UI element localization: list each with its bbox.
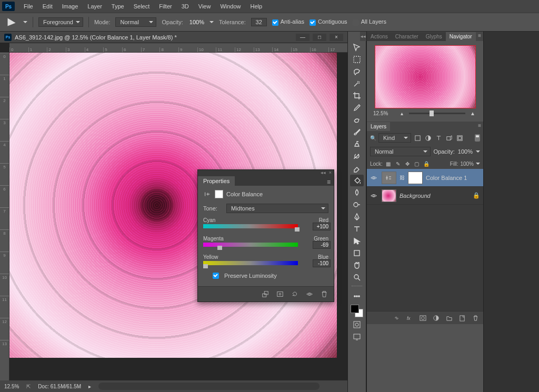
color-swatches[interactable]: [351, 305, 363, 317]
document-titlebar[interactable]: Ps AS6_3912-142.jpg @ 12.5% (Color Balan…: [0, 32, 347, 43]
filter-shape-icon[interactable]: [445, 134, 453, 142]
slider-value[interactable]: +100: [313, 223, 331, 230]
reset-icon[interactable]: [291, 290, 299, 298]
layer-thumbnail[interactable]: [382, 189, 396, 202]
navigator-zoom-slider[interactable]: [409, 113, 465, 114]
menu-file[interactable]: File: [19, 1, 38, 12]
history-brush-tool[interactable]: [350, 150, 364, 162]
move-tool[interactable]: [350, 42, 364, 53]
slider-magenta-green[interactable]: MagentaGreen -69: [203, 236, 328, 248]
edit-toolbar-button[interactable]: [350, 290, 364, 302]
delete-layer-icon[interactable]: [472, 314, 479, 321]
mask-thumbnail[interactable]: [408, 172, 423, 184]
lasso-tool[interactable]: [350, 66, 364, 77]
menu-type[interactable]: Type: [107, 1, 129, 12]
layer-fx-icon[interactable]: fx: [406, 314, 413, 321]
slider-value[interactable]: -100: [313, 259, 331, 267]
filter-pixel-icon[interactable]: [413, 134, 422, 142]
tab-properties[interactable]: Properties: [198, 176, 235, 186]
blend-mode-dropdown[interactable]: Normal: [115, 17, 156, 27]
add-adjustment-icon[interactable]: [432, 314, 440, 321]
menu-help[interactable]: Help: [246, 1, 267, 12]
filter-toggle[interactable]: [475, 134, 480, 142]
paint-bucket-tool[interactable]: [350, 175, 364, 186]
toggle-visibility-icon[interactable]: [305, 290, 314, 298]
screen-mode-button[interactable]: [351, 332, 363, 341]
lock-paint-icon[interactable]: ✎: [394, 160, 402, 167]
shape-tool[interactable]: [350, 247, 364, 259]
zoom-tool[interactable]: [350, 272, 364, 283]
new-group-icon[interactable]: [445, 314, 453, 321]
quick-mask-button[interactable]: [351, 320, 363, 329]
menu-view[interactable]: View: [194, 1, 216, 12]
layer-blend-dropdown[interactable]: Normal: [370, 147, 431, 156]
clip-to-layer-icon[interactable]: [261, 290, 270, 298]
tab-layers[interactable]: Layers: [367, 122, 390, 131]
crop-tool[interactable]: [350, 90, 364, 102]
tab-actions[interactable]: Actions: [367, 32, 392, 41]
layer-row-background[interactable]: Background 🔒: [367, 187, 483, 205]
slider-value[interactable]: -69: [313, 241, 331, 249]
antialias-checkbox[interactable]: Anti-alias: [272, 18, 304, 25]
status-zoom[interactable]: 12.5%: [4, 384, 19, 389]
opacity-value[interactable]: 100%: [189, 19, 204, 25]
visibility-toggle[interactable]: [369, 192, 378, 199]
hand-tool[interactable]: [350, 259, 364, 271]
layer-kind-dropdown[interactable]: Kind: [378, 133, 411, 143]
window-maximize-button[interactable]: □: [313, 34, 326, 41]
filter-smart-icon[interactable]: [455, 134, 464, 142]
dodge-tool[interactable]: [350, 199, 364, 210]
mask-mode-icon[interactable]: [215, 190, 223, 198]
zoom-out-icon[interactable]: ▴: [397, 110, 406, 116]
magic-wand-tool[interactable]: [350, 78, 364, 89]
contiguous-checkbox[interactable]: Contiguous: [310, 18, 347, 25]
menu-3d[interactable]: 3D: [177, 1, 194, 12]
clone-stamp-tool[interactable]: [350, 138, 364, 150]
menu-window[interactable]: Window: [215, 1, 245, 12]
lock-artboard-icon[interactable]: ▢: [413, 160, 421, 167]
filter-adjust-icon[interactable]: [424, 134, 432, 142]
previous-state-icon[interactable]: [276, 290, 284, 298]
status-docsize[interactable]: Doc: 61.5M/61.5M: [38, 384, 81, 389]
status-caret-icon[interactable]: ▸: [88, 384, 91, 389]
foreground-swatch[interactable]: [351, 305, 359, 313]
filter-type-icon[interactable]: [434, 134, 443, 142]
properties-drag-bar[interactable]: ◂◂ ×: [198, 170, 334, 175]
ruler-horizontal[interactable]: 01234567891011121314151617: [9, 43, 347, 53]
export-icon[interactable]: ⇱: [26, 384, 31, 389]
navigator-menu-icon[interactable]: ≡: [478, 33, 481, 38]
tab-glyphs[interactable]: Glyphs: [422, 32, 446, 41]
tab-character[interactable]: Character: [392, 32, 422, 41]
visibility-toggle[interactable]: [369, 174, 378, 182]
navigator-zoom-value[interactable]: 12.5%: [373, 110, 394, 116]
menu-filter[interactable]: Filter: [154, 1, 176, 12]
fill-caret-icon[interactable]: [476, 162, 480, 166]
layer-row-color-balance[interactable]: ⛓ Color Balance 1: [367, 169, 483, 187]
layer-opacity-caret-icon[interactable]: [476, 149, 480, 154]
ruler-vertical[interactable]: 012345678910111213: [0, 53, 9, 380]
zoom-in-icon[interactable]: ▲: [468, 110, 477, 116]
lock-icon[interactable]: 🔒: [473, 192, 481, 199]
type-tool[interactable]: [350, 223, 364, 235]
lock-all-icon[interactable]: 🔒: [423, 160, 430, 167]
tab-navigator[interactable]: Navigator: [446, 32, 476, 41]
all-layers-checkbox[interactable]: All Layers: [353, 18, 386, 25]
tolerance-input[interactable]: 32: [251, 18, 267, 26]
tone-dropdown[interactable]: Midtones: [226, 204, 328, 213]
menu-image[interactable]: Image: [57, 1, 83, 12]
layer-name[interactable]: Background: [400, 193, 470, 199]
menu-layer[interactable]: Layer: [83, 1, 107, 12]
window-close-button[interactable]: ×: [330, 34, 343, 41]
panel-collapse-icon[interactable]: ◂◂: [360, 32, 366, 41]
layer-name[interactable]: Color Balance 1: [426, 175, 481, 181]
pen-tool[interactable]: [350, 211, 364, 223]
brush-tool[interactable]: [350, 126, 364, 138]
link-layers-icon[interactable]: [393, 314, 400, 321]
collapse-icon[interactable]: ◂◂: [321, 170, 326, 175]
lock-position-icon[interactable]: ✥: [404, 160, 411, 167]
eyedropper-tool[interactable]: [350, 102, 364, 114]
slider-yellow-blue[interactable]: YellowBlue -100: [203, 254, 328, 266]
layers-menu-icon[interactable]: ≡: [478, 123, 481, 128]
mask-link-icon[interactable]: ⛓: [400, 175, 405, 180]
opacity-caret-icon[interactable]: [209, 20, 214, 24]
